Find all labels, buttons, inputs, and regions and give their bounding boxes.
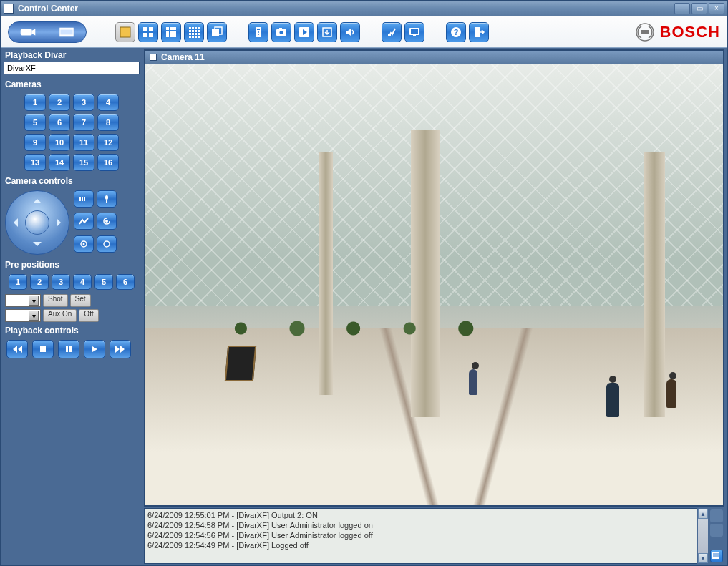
camera-controls-header: Camera controls	[1, 174, 142, 187]
aux-select[interactable]: ▾	[5, 309, 41, 322]
log-filter-motion-icon	[710, 524, 723, 537]
playback-controls-header: Playback controls	[1, 323, 142, 337]
svg-rect-33	[198, 36, 200, 38]
layout-3x3-button[interactable]	[161, 22, 181, 42]
camera-grid: 1 2 3 4 5 6 7 8 9 10 11 12 13 14 15 16	[1, 91, 142, 174]
fast-forward-button[interactable]	[110, 340, 131, 358]
window-title: Control Center	[18, 4, 674, 14]
focus-far-button[interactable]	[74, 213, 94, 230]
zoom-out-button[interactable]	[74, 190, 94, 208]
set-button[interactable]: Set	[70, 294, 91, 307]
layout-single-button[interactable]	[115, 22, 135, 42]
remote-control-button[interactable]	[248, 22, 268, 42]
svg-rect-14	[173, 31, 176, 34]
live-mode-icon	[14, 25, 42, 39]
minimize-button[interactable]: —	[674, 3, 690, 14]
log-toggle-button[interactable]	[710, 550, 723, 562]
camera-button-6[interactable]: 6	[49, 114, 70, 131]
camera-button-12[interactable]: 12	[97, 134, 119, 151]
svg-rect-65	[69, 346, 72, 352]
shot-select[interactable]: ▾	[5, 294, 41, 307]
svg-rect-58	[106, 200, 107, 203]
aux-off-button[interactable]: Off	[79, 309, 98, 322]
play-forward-button[interactable]	[84, 340, 105, 358]
stop-button[interactable]	[32, 340, 54, 358]
svg-rect-24	[195, 30, 197, 32]
brand-logo: BOSCH	[636, 23, 720, 42]
log-scrollbar[interactable]: ▲ ▼	[697, 508, 709, 564]
iris-close-button[interactable]	[74, 235, 94, 253]
camera-button-7[interactable]: 7	[73, 114, 94, 131]
aux-on-button[interactable]: Aux On	[43, 309, 77, 322]
pre-positions-header: Pre positions	[1, 258, 142, 271]
device-name-field[interactable]: DivarXF	[4, 62, 140, 74]
camera-button-4[interactable]: 4	[97, 94, 119, 111]
monitor-button[interactable]	[404, 22, 424, 42]
video-title-icon	[150, 54, 157, 61]
camera-button-8[interactable]: 8	[97, 114, 119, 131]
pause-button[interactable]	[58, 340, 79, 358]
pre-button-2[interactable]: 2	[30, 274, 49, 290]
ptz-down-icon	[33, 242, 42, 250]
video-title-label: Camera 11	[161, 52, 205, 62]
svg-rect-6	[149, 27, 153, 31]
live-playback-toggle[interactable]	[8, 21, 87, 43]
svg-rect-56	[84, 197, 85, 201]
svg-rect-25	[198, 30, 200, 32]
play-button[interactable]	[294, 22, 314, 42]
help-button[interactable]: ?	[446, 22, 466, 42]
ptz-center-button[interactable]	[25, 210, 49, 235]
svg-rect-64	[66, 346, 68, 352]
scroll-down-button[interactable]: ▼	[698, 553, 708, 563]
toolbar: ? BOSCH	[1, 16, 727, 48]
app-icon	[4, 4, 14, 14]
svg-rect-10	[170, 27, 173, 30]
exit-button[interactable]	[469, 22, 489, 42]
svg-rect-42	[279, 28, 282, 29]
camera-button-3[interactable]: 3	[73, 94, 94, 111]
maximize-button[interactable]: ▭	[691, 3, 707, 14]
log-line: 6/24/2009 12:54:49 PM - [DivarXF] Logged…	[147, 540, 694, 550]
svg-rect-51	[475, 27, 480, 37]
pre-button-6[interactable]: 6	[116, 274, 135, 290]
ptz-dpad[interactable]	[5, 190, 69, 255]
iris-open-button[interactable]	[97, 235, 117, 253]
shot-button[interactable]: Shot	[43, 294, 68, 307]
pre-button-1[interactable]: 1	[9, 274, 27, 290]
svg-rect-18	[189, 27, 191, 29]
layout-quad-button[interactable]	[138, 22, 158, 42]
camera-button-16[interactable]: 16	[97, 154, 119, 171]
camera-button-9[interactable]: 9	[24, 134, 46, 151]
camera-button-11[interactable]: 11	[73, 134, 94, 151]
zoom-in-button[interactable]	[97, 190, 117, 208]
log-line: 6/24/2009 12:55:01 PM - [DivarXF] Output…	[147, 510, 694, 520]
camera-button-14[interactable]: 14	[49, 154, 70, 171]
snapshot-button[interactable]	[271, 22, 291, 42]
layout-multi-button[interactable]	[207, 22, 227, 42]
pre-button-3[interactable]: 3	[52, 274, 70, 290]
svg-rect-2	[60, 28, 73, 29]
settings-button[interactable]	[382, 22, 402, 42]
camera-button-2[interactable]: 2	[49, 94, 70, 111]
camera-button-5[interactable]: 5	[24, 114, 46, 131]
svg-rect-57	[105, 195, 108, 200]
close-button[interactable]: ×	[709, 3, 724, 14]
camera-button-15[interactable]: 15	[73, 154, 94, 171]
rewind-button[interactable]	[6, 340, 28, 358]
brand-name: BOSCH	[660, 23, 720, 42]
scroll-up-button[interactable]: ▲	[698, 509, 708, 519]
camera-button-13[interactable]: 13	[24, 154, 46, 171]
audio-button[interactable]	[340, 22, 360, 42]
log-line: 6/24/2009 12:54:56 PM - [DivarXF] User A…	[147, 530, 694, 540]
pre-button-5[interactable]: 5	[94, 274, 113, 290]
svg-rect-3	[60, 34, 73, 36]
export-button[interactable]	[317, 22, 337, 42]
ptz-up-icon	[33, 195, 42, 203]
camera-button-10[interactable]: 10	[49, 134, 70, 151]
focus-near-button[interactable]	[97, 213, 117, 230]
log-box[interactable]: 6/24/2009 12:55:01 PM - [DivarXF] Output…	[144, 508, 697, 564]
pre-button-4[interactable]: 4	[73, 274, 92, 290]
layout-4x4-button[interactable]	[184, 22, 204, 42]
camera-button-1[interactable]: 1	[24, 94, 46, 111]
video-content[interactable]	[145, 64, 723, 505]
